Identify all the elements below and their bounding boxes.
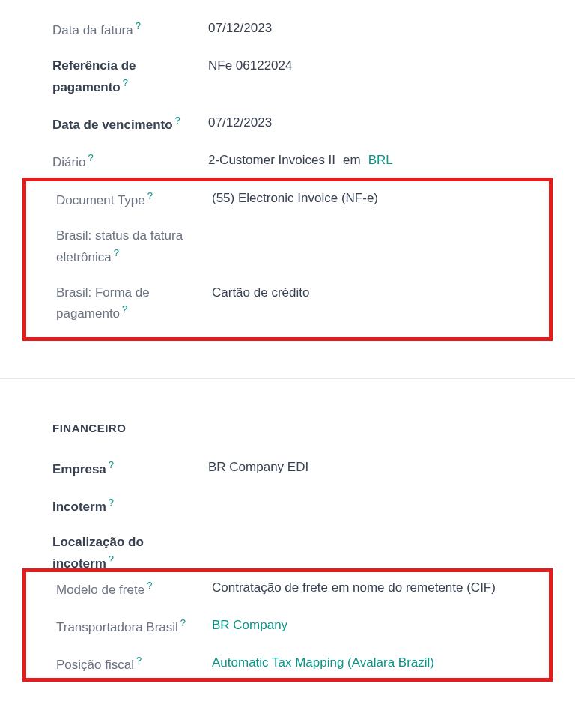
help-icon[interactable]: ? [147,190,153,201]
field-incoterm-location: Localização do incoterm? [0,533,575,573]
help-icon[interactable]: ? [109,553,114,565]
journal-currency[interactable]: BRL [368,151,393,170]
value-carrier-brazil[interactable]: BR Company [212,616,541,635]
journal-separator: em [343,151,361,170]
value-freight-model: Contratação de frete em nome do remetent… [212,578,541,598]
journal-name: 2-Customer Invoices II [208,153,335,167]
field-freight-model: Modelo de frete? Contratação de frete em… [26,578,549,599]
label-company: Empresa? [52,458,208,479]
highlight-box-top: Document Type? (55) Electronic Invoice (… [22,178,553,340]
value-invoice-date: 07/12/2023 [208,19,553,38]
label-due-date: Data de vencimento? [52,113,208,134]
help-icon[interactable]: ? [122,303,127,315]
field-carrier-brazil: Transportadora Brasil? BR Company [26,616,549,637]
label-fiscal-position: Posição fiscal? [56,653,212,674]
value-payment-method: Cartão de crédito [212,283,541,303]
label-incoterm: Incoterm? [52,495,208,516]
value-fiscal-position[interactable]: Automatic Tax Mapping (Avalara Brazil) [212,653,541,673]
help-icon[interactable]: ? [175,115,180,126]
highlight-box-bottom: Modelo de frete? Contratação de frete em… [22,568,553,681]
field-journal: Diário? 2-Customer Invoices IIemBRL [0,151,575,172]
field-payment-ref: Referência de pagamento? NFe 06122024 [0,56,575,97]
value-payment-ref: NFe 06122024 [208,56,553,76]
label-document-type: Document Type? [56,189,212,210]
help-icon[interactable]: ? [109,459,114,470]
field-document-type: Document Type? (55) Electronic Invoice (… [26,189,549,210]
label-payment-ref: Referência de pagamento? [52,56,208,97]
field-due-date: Data de vencimento? 07/12/2023 [0,113,575,134]
help-icon[interactable]: ? [180,617,186,628]
field-payment-method: Brasil: Forma de pagamento? Cartão de cr… [26,283,549,324]
financial-section-header: Financeiro [0,420,575,437]
help-icon[interactable]: ? [88,152,93,163]
label-freight-model: Modelo de frete? [56,578,212,599]
label-incoterm-location: Localização do incoterm? [52,533,208,573]
label-journal: Diário? [52,151,208,172]
section-divider [0,378,575,379]
label-payment-method: Brasil: Forma de pagamento? [56,283,212,324]
field-invoice-date: Data da fatura? 07/12/2023 [0,19,575,40]
help-icon[interactable]: ? [136,20,141,31]
field-incoterm: Incoterm? [0,495,575,516]
invoice-form: Data da fatura? 07/12/2023 Referência de… [0,0,575,682]
field-fiscal-position: Posição fiscal? Automatic Tax Mapping (A… [26,653,549,674]
label-invoice-date: Data da fatura? [52,19,208,40]
help-icon[interactable]: ? [109,497,114,508]
help-icon[interactable]: ? [136,655,142,666]
value-company: BR Company EDI [208,458,553,477]
label-einvoice-status: Brasil: status da fatura eletrônica? [56,226,212,267]
value-due-date: 07/12/2023 [208,113,553,133]
help-icon[interactable]: ? [114,247,119,258]
field-company: Empresa? BR Company EDI [0,458,575,479]
value-document-type: (55) Electronic Invoice (NF-e) [212,189,541,208]
help-icon[interactable]: ? [147,580,152,591]
field-einvoice-status: Brasil: status da fatura eletrônica? [26,226,549,267]
value-journal: 2-Customer Invoices IIemBRL [208,151,553,170]
label-carrier-brazil: Transportadora Brasil? [56,616,212,637]
help-icon[interactable]: ? [123,77,128,88]
